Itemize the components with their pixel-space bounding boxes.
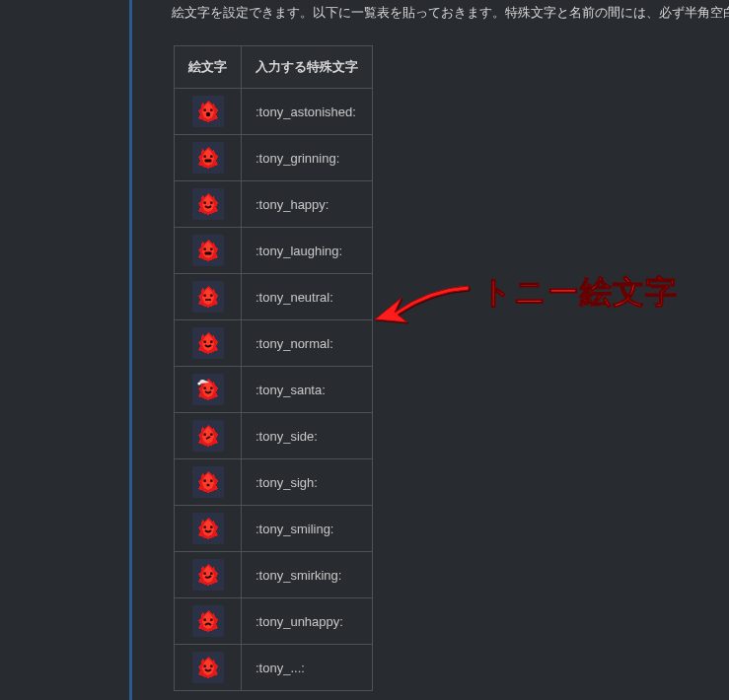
emoji-cell bbox=[175, 552, 242, 598]
code-cell: :tony_laughing: bbox=[242, 228, 373, 274]
svg-rect-3 bbox=[203, 156, 205, 158]
annotation-label: トニー絵文字 bbox=[480, 271, 678, 315]
tony-emoji-icon bbox=[192, 420, 224, 452]
code-cell: :tony_neutral: bbox=[242, 274, 373, 320]
code-cell: :tony_astonished: bbox=[242, 89, 373, 135]
svg-rect-26 bbox=[203, 573, 205, 575]
code-cell: :tony_grinning: bbox=[242, 135, 373, 181]
table-row: :tony_unhappy: bbox=[175, 598, 373, 645]
tony-emoji-icon bbox=[192, 188, 224, 220]
tony-emoji-icon bbox=[192, 327, 224, 359]
svg-rect-29 bbox=[210, 619, 212, 621]
svg-rect-11 bbox=[203, 295, 205, 297]
svg-rect-19 bbox=[203, 434, 205, 436]
sidebar-divider bbox=[129, 0, 132, 700]
svg-rect-12 bbox=[210, 295, 212, 297]
svg-rect-21 bbox=[203, 480, 205, 482]
code-cell: :tony_...: bbox=[242, 645, 373, 691]
tony-emoji-icon bbox=[192, 466, 224, 498]
emoji-cell bbox=[175, 413, 242, 459]
table-row: :tony_normal: bbox=[175, 320, 373, 367]
svg-rect-5 bbox=[204, 160, 211, 163]
table-row: :tony_astonished: bbox=[175, 89, 373, 135]
code-cell: :tony_normal: bbox=[242, 320, 373, 367]
svg-rect-24 bbox=[203, 526, 205, 528]
svg-rect-27 bbox=[210, 573, 212, 575]
svg-rect-6 bbox=[203, 202, 205, 204]
code-cell: :tony_smirking: bbox=[242, 552, 373, 598]
tony-emoji-icon bbox=[192, 559, 224, 591]
emoji-cell bbox=[175, 135, 242, 181]
svg-rect-10 bbox=[204, 252, 211, 255]
intro-text: 絵文字を設定できます。以下に一覧表を貼っておきます。特殊文字と名前の間には、必ず… bbox=[172, 4, 729, 22]
tony-emoji-icon bbox=[192, 235, 224, 266]
svg-rect-25 bbox=[210, 526, 212, 528]
code-cell: :tony_happy: bbox=[242, 181, 373, 228]
emoji-cell bbox=[175, 506, 242, 552]
code-cell: :tony_santa: bbox=[242, 367, 373, 413]
code-cell: :tony_sigh: bbox=[242, 459, 373, 506]
svg-rect-18 bbox=[210, 387, 212, 389]
svg-point-2 bbox=[205, 112, 209, 116]
annotation-arrow bbox=[370, 278, 478, 330]
svg-rect-7 bbox=[210, 202, 212, 204]
tony-emoji-icon bbox=[192, 374, 224, 405]
code-cell: :tony_side: bbox=[242, 413, 373, 459]
table-row: :tony_santa: bbox=[175, 367, 373, 413]
svg-rect-8 bbox=[203, 248, 205, 250]
emoji-cell bbox=[175, 274, 242, 320]
svg-rect-4 bbox=[210, 156, 212, 158]
header-emoji: 絵文字 bbox=[175, 46, 242, 89]
tony-emoji-icon bbox=[192, 513, 224, 544]
table-row: :tony_sigh: bbox=[175, 459, 373, 506]
code-cell: :tony_unhappy: bbox=[242, 598, 373, 645]
svg-rect-1 bbox=[210, 109, 212, 111]
emoji-cell bbox=[175, 228, 242, 274]
emoji-cell bbox=[175, 645, 242, 691]
emoji-cell bbox=[175, 320, 242, 367]
tony-emoji-icon bbox=[192, 652, 224, 683]
tony-emoji-icon bbox=[192, 96, 224, 127]
table-row: :tony_laughing: bbox=[175, 228, 373, 274]
svg-rect-14 bbox=[203, 341, 205, 343]
emoji-table-holder: 絵文字 入力する特殊文字 :tony_astonished: :tony_gri… bbox=[174, 45, 373, 691]
table-row: :tony_smirking: bbox=[175, 552, 373, 598]
svg-point-16 bbox=[197, 382, 200, 385]
table-row: :tony_happy: bbox=[175, 181, 373, 228]
svg-rect-15 bbox=[210, 341, 212, 343]
emoji-cell bbox=[175, 598, 242, 645]
svg-rect-20 bbox=[210, 434, 212, 436]
code-cell: :tony_smiling: bbox=[242, 506, 373, 552]
svg-rect-13 bbox=[205, 299, 211, 301]
tony-emoji-icon bbox=[192, 281, 224, 313]
emoji-table: 絵文字 入力する特殊文字 :tony_astonished: :tony_gri… bbox=[174, 45, 373, 691]
table-row: :tony_...: bbox=[175, 645, 373, 691]
emoji-cell bbox=[175, 89, 242, 135]
header-code: 入力する特殊文字 bbox=[242, 46, 373, 89]
emoji-cell bbox=[175, 459, 242, 506]
svg-rect-17 bbox=[203, 387, 205, 389]
svg-rect-30 bbox=[203, 665, 205, 667]
table-row: :tony_smiling: bbox=[175, 506, 373, 552]
svg-rect-31 bbox=[210, 665, 212, 667]
svg-rect-22 bbox=[210, 480, 212, 482]
table-row: :tony_neutral: bbox=[175, 274, 373, 320]
table-row: :tony_grinning: bbox=[175, 135, 373, 181]
emoji-cell bbox=[175, 367, 242, 413]
svg-rect-0 bbox=[203, 109, 205, 111]
emoji-cell bbox=[175, 181, 242, 228]
svg-rect-28 bbox=[203, 619, 205, 621]
tony-emoji-icon bbox=[192, 142, 224, 174]
svg-rect-9 bbox=[210, 248, 212, 250]
tony-emoji-icon bbox=[192, 605, 224, 637]
table-row: :tony_side: bbox=[175, 413, 373, 459]
svg-point-23 bbox=[206, 484, 209, 486]
